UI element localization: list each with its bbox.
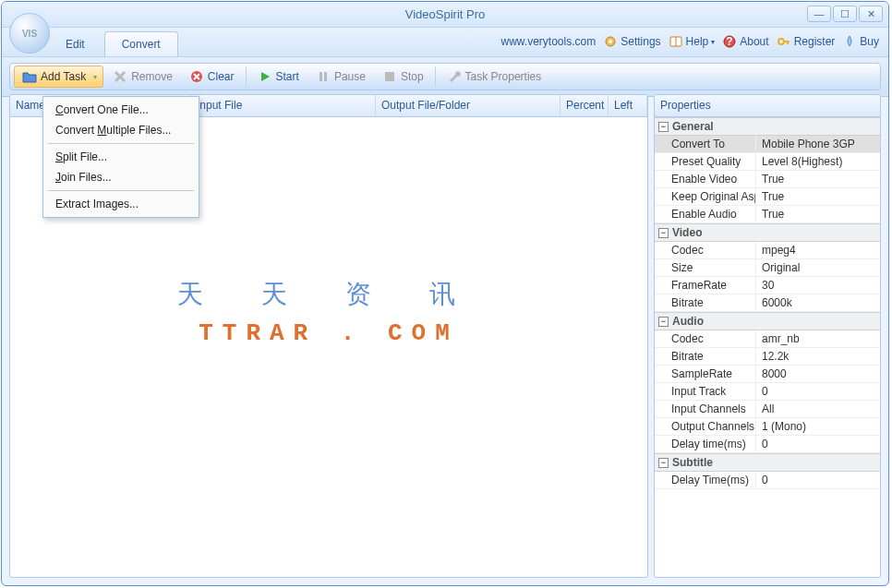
separator [435,66,436,87]
separator [48,143,194,144]
play-icon [258,69,272,84]
ribbon-tabs: VIS Edit Convert www.verytools.com Setti… [2,28,888,57]
toolbar-area: Add Task ▾ Remove Clear Start Pause [2,57,888,97]
svg-rect-15 [324,72,327,81]
svg-point-1 [609,40,612,43]
prop-audio-codec[interactable]: Codecamr_nb [655,330,880,348]
link-help[interactable]: Help ▾ [669,34,716,49]
prop-convert-to[interactable]: Convert ToMobile Phone 3GP [655,136,880,153]
prop-video-size[interactable]: SizeOriginal [655,259,880,277]
col-left[interactable]: Left [609,95,647,116]
menu-join-files[interactable]: Join Files... [46,167,196,187]
app-window: VideoSpirit Pro — ☐ ✕ VIS Edit Convert w… [1,1,889,586]
properties-body[interactable]: −General Convert ToMobile Phone 3GP Pres… [655,117,880,577]
clear-button[interactable]: Clear [182,66,242,87]
add-task-menu: Convert One File... Convert Multiple Fil… [42,96,199,218]
toolbar: Add Task ▾ Remove Clear Start Pause [9,63,881,90]
svg-text:?: ? [727,35,733,48]
minimize-button[interactable]: — [807,6,831,22]
prop-keep-aspect[interactable]: Keep Original AspTrue [655,188,880,206]
prop-subtitle-delay[interactable]: Delay Time(ms)0 [655,472,880,489]
titlebar: VideoSpirit Pro — ☐ ✕ [2,2,888,28]
folder-icon [22,69,37,84]
svg-rect-14 [319,72,322,81]
window-title: VideoSpirit Pro [2,7,888,21]
prop-audio-samplerate[interactable]: SampleRate8000 [655,366,880,383]
prop-audio-bitrate[interactable]: Bitrate12.2k [655,348,880,366]
group-audio[interactable]: −Audio [655,312,880,330]
col-output[interactable]: Output File/Folder [376,95,561,116]
key-icon [777,34,791,49]
menu-convert-one[interactable]: Convert One File... [46,100,196,120]
properties-header: Properties [655,95,880,117]
group-subtitle[interactable]: −Subtitle [655,453,880,472]
prop-audio-delay[interactable]: Delay time(ms)0 [655,436,880,453]
separator [246,66,247,87]
remove-button[interactable]: Remove [105,66,180,87]
prop-audio-output-channels[interactable]: Output Channels1 (Mono) [655,418,880,436]
col-input[interactable]: Input File [191,95,376,116]
wrench-icon [447,69,462,84]
menu-extract-images[interactable]: Extract Images... [46,194,196,214]
task-properties-button[interactable]: Task Properties [440,66,549,87]
chevron-down-icon: ▾ [93,73,97,81]
maximize-button[interactable]: ☐ [833,6,857,22]
prop-audio-input-channels[interactable]: Input ChannelsAll [655,401,880,418]
drop-icon [842,34,857,49]
prop-enable-video[interactable]: Enable VideoTrue [655,171,880,188]
prop-video-framerate[interactable]: FrameRate30 [655,277,880,294]
collapse-icon[interactable]: − [658,458,669,468]
top-links: www.verytools.com Settings Help ▾ ? Abou… [501,34,879,49]
tab-edit[interactable]: Edit [48,31,102,56]
prop-video-codec[interactable]: Codecmpeg4 [655,242,880,259]
collapse-icon[interactable]: − [658,317,669,327]
prop-enable-audio[interactable]: Enable AudioTrue [655,206,880,223]
separator [48,190,194,191]
tab-convert[interactable]: Convert [104,31,178,56]
start-button[interactable]: Start [250,66,307,87]
stop-button[interactable]: Stop [375,66,431,87]
clear-icon [189,69,204,84]
book-icon [669,34,683,49]
x-icon [113,69,127,84]
prop-preset-quality[interactable]: Preset QualityLevel 8(Highest) [655,153,880,171]
prop-audio-input-track[interactable]: Input Track0 [655,383,880,401]
prop-video-bitrate[interactable]: Bitrate6000k [655,294,880,312]
collapse-icon[interactable]: − [658,122,669,132]
pause-icon [316,69,331,84]
link-website[interactable]: www.verytools.com [501,35,597,48]
menu-convert-multiple[interactable]: Convert Multiple Files... [46,120,196,140]
group-video[interactable]: −Video [655,223,880,242]
col-percent[interactable]: Percent [561,95,609,116]
add-task-button[interactable]: Add Task ▾ [14,66,103,88]
svg-rect-16 [385,72,394,81]
collapse-icon[interactable]: − [658,228,669,238]
question-icon: ? [722,34,737,49]
properties-pane: Properties −General Convert ToMobile Pho… [654,94,881,578]
stop-icon [382,69,397,84]
link-register[interactable]: Register [777,34,836,49]
close-button[interactable]: ✕ [859,6,883,22]
pause-button[interactable]: Pause [308,66,373,87]
menu-split-file[interactable]: Split File... [46,147,196,167]
group-general[interactable]: −General [655,117,880,136]
gear-icon [603,34,618,49]
chevron-down-icon: ▾ [711,38,715,46]
link-settings[interactable]: Settings [603,34,660,49]
link-buy[interactable]: Buy [842,34,879,49]
svg-point-6 [778,39,784,44]
link-about[interactable]: ? About [722,34,768,49]
app-orb-button[interactable]: VIS [9,13,50,54]
watermark: 天 天 资 讯 TTRAR . COM [177,277,481,347]
